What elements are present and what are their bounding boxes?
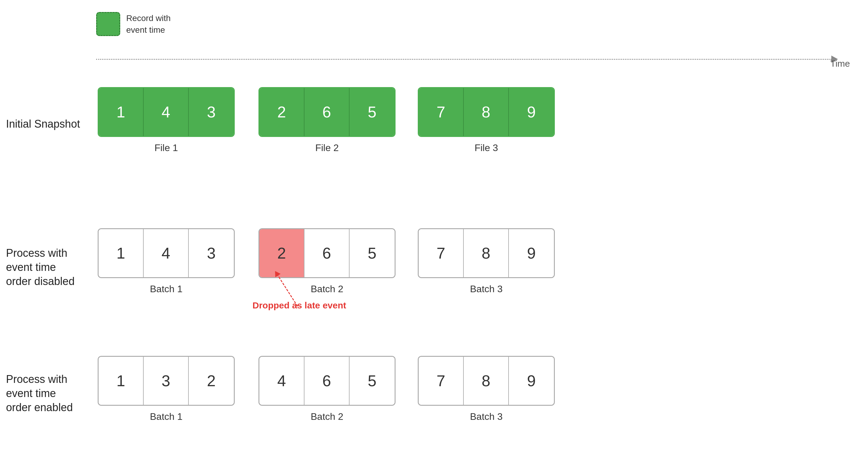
enabled-batch2-records: 4 6 5 <box>258 356 396 406</box>
initial-snapshot-label: Initial Snapshot <box>6 117 90 131</box>
file2-record-3: 5 <box>349 88 395 136</box>
enabled-batch3-record-1: 7 <box>419 357 464 405</box>
disabled-batch1-record-2: 4 <box>144 229 189 277</box>
disabled-batch3-records: 7 8 9 <box>418 228 555 278</box>
file1-group: 1 4 3 File 1 <box>98 87 235 154</box>
legend-line2: event time <box>126 25 165 35</box>
file3-label: File 3 <box>474 142 498 154</box>
enabled-batch3-record-2: 8 <box>464 357 509 405</box>
enabled-batch2-record-3: 5 <box>349 357 395 405</box>
file3-record-1: 7 <box>419 88 464 136</box>
legend-line1: Record with <box>126 13 171 23</box>
disabled-batch3-label: Batch 3 <box>470 283 503 295</box>
disabled-batch1-group: 1 4 3 Batch 1 <box>98 228 235 295</box>
enabled-batch1-record-1: 1 <box>99 357 144 405</box>
enabled-batch1-record-3: 2 <box>189 357 234 405</box>
enabled-batch1-record-2: 3 <box>144 357 189 405</box>
enabled-batch1-group: 1 3 2 Batch 1 <box>98 356 235 422</box>
file3-record-3: 9 <box>509 88 554 136</box>
legend-box <box>96 12 120 36</box>
file3-records: 7 8 9 <box>418 87 555 137</box>
file1-record-3: 3 <box>189 88 234 136</box>
file2-label: File 2 <box>315 142 339 154</box>
disabled-batch3-record-1: 7 <box>419 229 464 277</box>
enabled-batch2-record-2: 6 <box>305 357 349 405</box>
disabled-label: Process with event timeorder disabled <box>6 246 96 288</box>
disabled-batch2-record-3: 5 <box>349 229 395 277</box>
file3-group: 7 8 9 File 3 <box>418 87 555 154</box>
file1-record-2: 4 <box>144 88 189 136</box>
file1-records: 1 4 3 <box>98 87 235 137</box>
legend-text: Record with event time <box>126 12 171 36</box>
file3-record-2: 8 <box>464 88 509 136</box>
enabled-batch2-record-1: 4 <box>259 357 305 405</box>
file2-group: 2 6 5 File 2 <box>258 87 396 154</box>
file1-record-1: 1 <box>99 88 144 136</box>
file2-record-2: 6 <box>305 88 349 136</box>
file2-record-1: 2 <box>259 88 305 136</box>
disabled-batch1-record-1: 1 <box>99 229 144 277</box>
legend: Record with event time <box>96 12 171 36</box>
disabled-batch3-record-2: 8 <box>464 229 509 277</box>
disabled-batch1-records: 1 4 3 <box>98 228 235 278</box>
enabled-batch1-records: 1 3 2 <box>98 356 235 406</box>
file2-records: 2 6 5 <box>258 87 396 137</box>
time-line <box>96 59 831 60</box>
enabled-batch3-record-3: 9 <box>509 357 554 405</box>
dropped-label: Dropped as late event <box>252 300 346 310</box>
enabled-batch3-group: 7 8 9 Batch 3 <box>418 356 555 422</box>
disabled-batch3-record-3: 9 <box>509 229 554 277</box>
enabled-batch3-label: Batch 3 <box>470 411 503 422</box>
file1-label: File 1 <box>154 142 178 154</box>
disabled-batch3-group: 7 8 9 Batch 3 <box>418 228 555 295</box>
diagram: Record with event time Time Initial Snap… <box>0 0 868 473</box>
enabled-batch2-label: Batch 2 <box>311 411 344 422</box>
enabled-batch2-group: 4 6 5 Batch 2 <box>258 356 396 422</box>
enabled-batch3-records: 7 8 9 <box>418 356 555 406</box>
disabled-batch1-label: Batch 1 <box>150 283 183 295</box>
enabled-label: Process with event timeorder enabled <box>6 372 96 414</box>
enabled-batch1-label: Batch 1 <box>150 411 183 422</box>
time-label: Time <box>830 59 850 69</box>
time-arrow-container <box>96 56 838 63</box>
disabled-batch1-record-3: 3 <box>189 229 234 277</box>
